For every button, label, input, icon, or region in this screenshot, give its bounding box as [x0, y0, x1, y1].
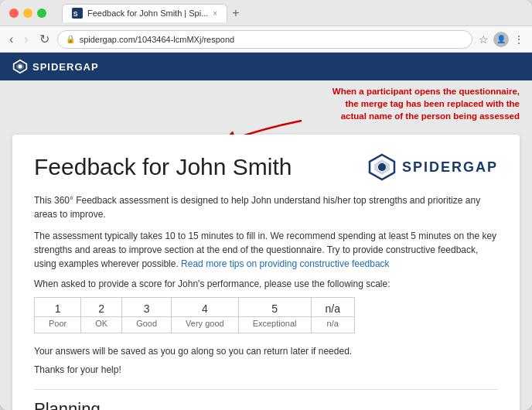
planning-section-title: Planning — [34, 399, 498, 410]
scale-table: 1 2 3 4 5 n/a Poor OK Good Very good Exc… — [34, 297, 355, 333]
annotation-text: When a participant opens the questionnai… — [319, 85, 520, 122]
traffic-lights — [9, 9, 46, 18]
outro-paragraph-1: Your answers will be saved as you go alo… — [34, 344, 498, 358]
card-logo-icon — [368, 153, 396, 181]
title-bar: S Feedback for John Smith | Spi... × + — [0, 0, 532, 26]
refresh-button[interactable]: ↻ — [36, 30, 53, 48]
url-text: spidergap.com/1043464-lcmMXj/respond — [80, 35, 235, 44]
intro-paragraph-2: The assessment typically takes 10 to 15 … — [34, 229, 498, 271]
star-button[interactable]: ☆ — [477, 32, 490, 47]
scale-label-good: Good — [122, 317, 172, 333]
sg-header: Spidergap — [0, 53, 532, 80]
card-logo-text: Spidergap — [402, 159, 498, 176]
spidergap-logo-icon — [12, 59, 28, 74]
scale-num-4: 4 — [172, 298, 239, 317]
menu-button[interactable]: ⋮ — [512, 32, 526, 47]
svg-point-8 — [378, 163, 386, 171]
card-header: Feedback for John Smith Spidergap — [34, 153, 498, 181]
scale-num-1: 1 — [35, 298, 81, 317]
close-button[interactable] — [9, 9, 19, 18]
read-more-link[interactable]: Read more tips on providing constructive… — [181, 258, 389, 269]
intro-paragraph-1: This 360° Feedback assessment is designe… — [34, 193, 498, 221]
section-divider — [34, 389, 498, 390]
address-bar[interactable]: 🔒 spidergap.com/1043464-lcmMXj/respond — [57, 30, 472, 49]
scale-label-ok: OK — [81, 317, 122, 333]
outro-paragraph-2: Thanks for your help! — [34, 363, 498, 377]
main-card: Feedback for John Smith Spidergap This 3… — [12, 135, 520, 410]
scale-label-exceptional: Exceptional — [238, 317, 311, 333]
annotation-container: When a participant opens the questionnai… — [0, 80, 532, 135]
tab-bar: S Feedback for John Smith | Spi... × + — [62, 4, 244, 22]
back-button[interactable]: ‹ — [6, 31, 16, 48]
browser-window: S Feedback for John Smith | Spi... × + ‹… — [0, 0, 532, 410]
forward-button[interactable]: › — [21, 31, 31, 48]
sg-logo-text: Spidergap — [32, 61, 99, 73]
fullscreen-button[interactable] — [37, 9, 46, 18]
active-tab[interactable]: S Feedback for John Smith | Spi... × — [62, 4, 227, 22]
minimize-button[interactable] — [23, 9, 32, 18]
nav-actions: ☆ 👤 ⋮ — [477, 32, 526, 47]
scale-num-5: 5 — [238, 298, 311, 317]
scale-label-poor: Poor — [35, 317, 81, 333]
secure-icon: 🔒 — [66, 35, 75, 43]
new-tab-button[interactable]: + — [227, 6, 244, 20]
tab-favicon: S — [72, 8, 83, 19]
sg-logo: Spidergap — [12, 59, 99, 74]
card-logo: Spidergap — [368, 153, 498, 181]
navigation-bar: ‹ › ↻ 🔒 spidergap.com/1043464-lcmMXj/res… — [0, 26, 532, 53]
tab-close-icon[interactable]: × — [213, 9, 217, 18]
scale-label: When asked to provide a score for John's… — [34, 278, 498, 289]
tab-title: Feedback for John Smith | Spi... — [87, 9, 208, 18]
scale-label-na: n/a — [311, 317, 354, 333]
svg-point-4 — [19, 65, 22, 69]
scale-num-na: n/a — [311, 298, 354, 317]
svg-text:S: S — [73, 10, 78, 18]
scale-num-3: 3 — [122, 298, 172, 317]
page-content: Spidergap When a participant opens the q… — [0, 53, 532, 410]
page-title: Feedback for John Smith — [34, 154, 292, 180]
scale-num-2: 2 — [81, 298, 122, 317]
avatar[interactable]: 👤 — [493, 32, 509, 47]
scale-label-verygood: Very good — [172, 317, 239, 333]
